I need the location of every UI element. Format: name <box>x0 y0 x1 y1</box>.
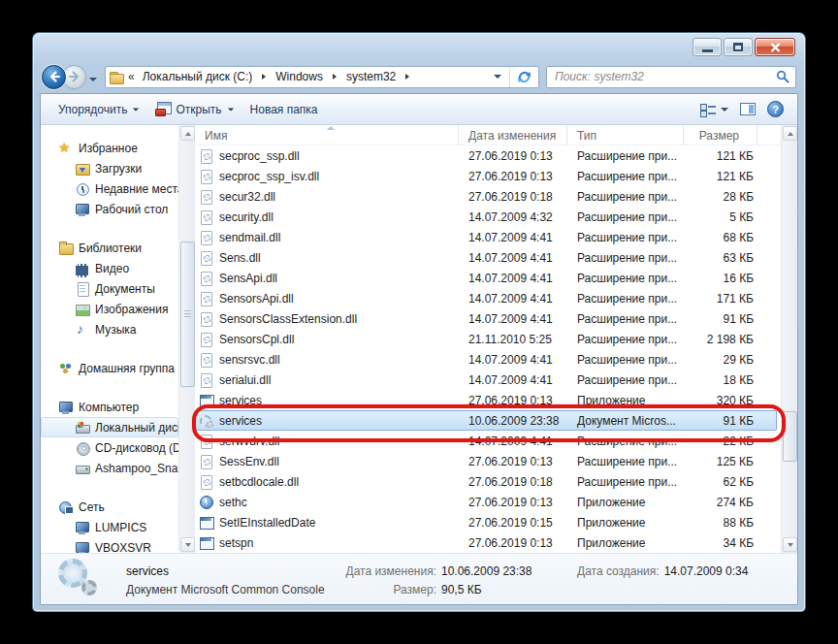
downloads-icon <box>75 161 90 177</box>
file-name-cell: SensorsClassExtension.dll <box>195 311 459 327</box>
breadcrumb-overflow[interactable]: « <box>128 70 135 83</box>
file-type: Расширение при... <box>567 292 684 306</box>
column-header-date[interactable]: Дата изменения <box>459 125 567 145</box>
file-name-cell: sensrsvc.dll <box>195 352 459 368</box>
table-row[interactable]: SensorsClassExtension.dll 14.07.2009 4:4… <box>195 308 781 329</box>
file-date: 27.06.2019 0:13 <box>459 455 567 468</box>
minimize-icon <box>702 49 713 52</box>
sidebar-item-label: Ashampoo_Snap <box>95 462 178 475</box>
history-dropdown[interactable] <box>89 68 97 85</box>
table-row[interactable]: services 27.06.2019 0:13 Приложение 320 … <box>195 390 781 410</box>
sidebar-item[interactable]: Сеть <box>41 497 178 517</box>
close-button[interactable] <box>755 38 795 56</box>
breadcrumb-item[interactable]: Локальный диск (C:) <box>141 70 255 83</box>
sidebar-item[interactable]: Недавние места <box>41 178 178 199</box>
created-label: Дата создания: <box>577 563 660 581</box>
table-row[interactable]: SensorsCpl.dll 21.11.2010 5:25 Расширени… <box>195 329 781 349</box>
created-value: 14.07.2009 0:34 <box>664 563 749 581</box>
sidebar-item[interactable]: Локальный диск <box>41 417 178 437</box>
breadcrumb-separator-icon[interactable] <box>333 74 337 80</box>
file-name: Sens.dll <box>217 251 261 265</box>
table-row[interactable]: security.dll 14.07.2009 4:32 Расширение … <box>195 207 781 227</box>
table-row[interactable]: sendmail.dll 14.07.2009 4:41 Расширение … <box>195 227 781 247</box>
app-icon <box>199 535 214 551</box>
breadcrumb-item[interactable]: system32 <box>344 70 398 83</box>
sidebar-item[interactable]: Видео <box>41 258 178 278</box>
table-row[interactable]: setspn 27.06.2019 0:13 Приложение 34 КБ <box>195 532 781 553</box>
search-placeholder: Поиск: system32 <box>555 70 776 83</box>
selected-file-name: services <box>126 563 330 581</box>
sidebar-item[interactable]: Избранное <box>41 138 178 158</box>
breadcrumb-separator-icon[interactable] <box>262 74 266 80</box>
preview-pane-button[interactable] <box>740 103 756 115</box>
column-header-name[interactable]: Имя <box>195 125 459 145</box>
file-type: Расширение при... <box>567 272 684 285</box>
homegroup-icon <box>58 361 74 376</box>
file-type: Расширение при... <box>567 251 684 265</box>
table-row[interactable]: services 10.06.2009 23:38 Документ Micro… <box>195 410 777 431</box>
sidebar-item[interactable]: Музыка <box>41 319 178 339</box>
sidebar-item[interactable]: VBOXSVR <box>41 537 178 553</box>
table-row[interactable]: serwvdrv.dll 14.07.2009 4:41 Расширение … <box>195 431 781 451</box>
column-header-type[interactable]: Тип <box>567 125 684 145</box>
sidebar-item[interactable]: Загрузки <box>41 158 178 178</box>
column-header-size[interactable]: Размер <box>684 125 757 145</box>
scrollbar-thumb[interactable] <box>783 411 797 462</box>
magnifier-icon[interactable] <box>776 70 790 83</box>
sidebar-item[interactable]: Ashampoo_Snap <box>41 458 178 478</box>
file-name: secur32.dll <box>217 190 275 204</box>
scroll-up-button[interactable] <box>180 126 195 141</box>
title-bar[interactable] <box>40 33 798 60</box>
table-row[interactable]: sethc 27.06.2019 0:13 Приложение 274 КБ <box>195 492 781 512</box>
table-row[interactable]: SensorsApi.dll 14.07.2009 4:41 Расширени… <box>195 288 781 308</box>
scroll-down-button[interactable] <box>180 537 195 552</box>
breadcrumb-item[interactable]: Windows <box>274 70 325 83</box>
sidebar-item[interactable]: Библиотеки <box>41 238 178 258</box>
chevron-down-icon <box>133 108 139 111</box>
scrollbar-thumb[interactable] <box>180 242 195 387</box>
organize-button[interactable]: Упорядочить <box>50 99 147 120</box>
sidebar-item-label: LUMPICS <box>95 521 146 534</box>
sidebar-item-label: Загрузки <box>95 162 142 176</box>
sidebar-item[interactable]: Домашняя группа <box>41 358 178 378</box>
sidebar-item[interactable]: Изображения <box>41 299 178 319</box>
scroll-down-button[interactable] <box>783 537 797 552</box>
address-dropdown[interactable] <box>486 67 509 87</box>
file-size: 121 КБ <box>684 170 757 183</box>
maximize-button[interactable] <box>724 38 753 56</box>
address-bar[interactable]: « Локальный диск (C:) Windows system32 <box>105 66 539 88</box>
table-row[interactable]: secur32.dll 27.06.2019 0:18 Расширение п… <box>195 186 781 207</box>
file-size: 68 КБ <box>684 231 757 244</box>
file-name-cell: SensorsCpl.dll <box>195 332 459 347</box>
sidebar-item-label: Изображения <box>95 303 168 316</box>
refresh-button[interactable] <box>509 67 538 87</box>
file-type: Расширение при... <box>567 333 684 346</box>
scroll-up-button[interactable] <box>783 126 797 141</box>
sidebar-item[interactable]: Компьютер <box>41 397 178 417</box>
table-row[interactable]: secproc_ssp_isv.dll 27.06.2019 0:13 Расш… <box>195 166 781 186</box>
sidebar-item[interactable]: Рабочий стол <box>41 199 178 219</box>
table-row[interactable]: SensApi.dll 14.07.2009 4:41 Расширение п… <box>195 268 781 288</box>
sidebar-item[interactable]: CD-дисковод (D: <box>41 437 178 458</box>
table-row[interactable]: setbcdlocale.dll 27.06.2019 0:18 Расшире… <box>195 471 781 492</box>
table-row[interactable]: serialui.dll 14.07.2009 4:41 Расширение … <box>195 370 781 390</box>
help-button[interactable]: ? <box>767 101 784 117</box>
table-row[interactable]: sensrsvc.dll 14.07.2009 4:41 Расширение … <box>195 349 781 370</box>
change-view-button[interactable] <box>700 103 728 116</box>
sidebar-scrollbar[interactable] <box>178 125 195 553</box>
sidebar-item[interactable]: LUMPICS <box>41 517 178 537</box>
search-input[interactable]: Поиск: system32 <box>546 66 796 88</box>
back-button[interactable] <box>42 65 66 89</box>
file-type: Расширение при... <box>567 149 684 163</box>
table-row[interactable]: Sens.dll 14.07.2009 4:41 Расширение при.… <box>195 247 781 268</box>
file-date: 27.06.2019 0:13 <box>459 170 567 183</box>
minimize-button[interactable] <box>693 38 722 56</box>
table-row[interactable]: secproc_ssp.dll 27.06.2019 0:13 Расширен… <box>195 145 781 166</box>
table-row[interactable]: SetIEInstalledDate 27.06.2019 0:15 Прило… <box>195 512 781 532</box>
table-row[interactable]: SessEnv.dll 27.06.2019 0:13 Расширение п… <box>195 451 781 471</box>
open-button[interactable]: Открыть <box>147 98 242 120</box>
breadcrumb-separator-icon[interactable] <box>405 74 409 80</box>
new-folder-button[interactable]: Новая папка <box>242 99 326 120</box>
file-list-scrollbar[interactable] <box>781 125 797 553</box>
sidebar-item[interactable]: Документы <box>41 278 178 299</box>
